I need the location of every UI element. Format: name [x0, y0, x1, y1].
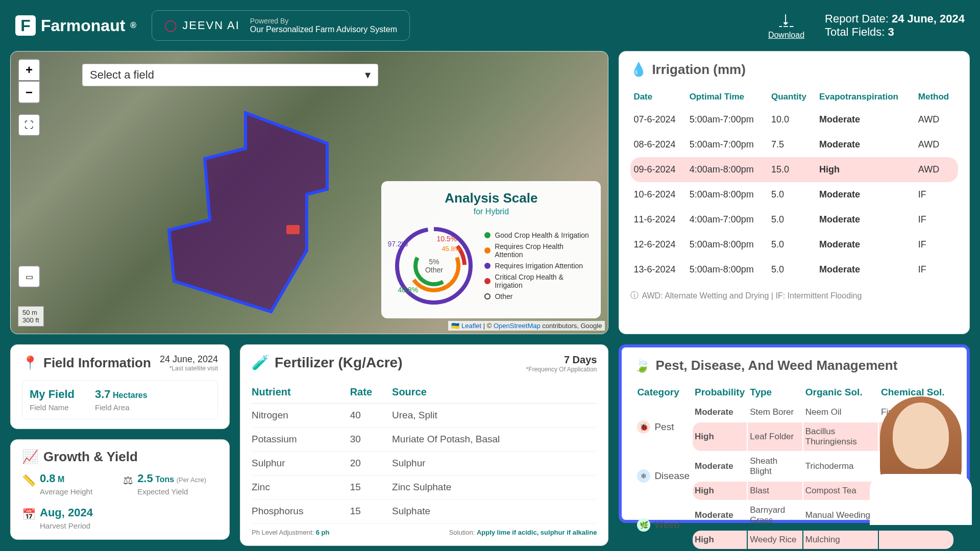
download-icon: ⭳: [779, 12, 793, 29]
field-info-title: Field Information: [43, 355, 151, 371]
table-row: Nitrogen40Urea, Split: [252, 404, 597, 428]
analysis-subtitle: for Hybrid: [390, 207, 592, 216]
field-select-placeholder: Select a field: [90, 68, 154, 82]
map-panel[interactable]: + − ⛶ ▭ Select a field ▾ Analysis Scale …: [10, 51, 608, 334]
chevron-down-icon: ▾: [365, 68, 371, 82]
fertilizer-title: Fertilizer (Kg/Acre): [275, 355, 403, 371]
assistant-avatar: [870, 392, 972, 525]
donut-chart: 97.2% 10.5% 45.8% 40.8% 5%Other: [390, 222, 477, 309]
field-select-dropdown[interactable]: Select a field ▾: [82, 64, 378, 86]
table-row: 11-6-20244:00am-7:00pm5.0ModerateIF: [630, 207, 958, 232]
brand-trademark: ®: [130, 21, 136, 30]
leaf-icon: 🍃: [634, 358, 650, 373]
table-row: Phosphorus15Sulphate: [252, 499, 597, 523]
irrigation-title: Irrigation (mm): [652, 62, 745, 78]
calendar-icon: 📅: [22, 508, 36, 521]
fullscreen-button[interactable]: ⛶: [18, 114, 40, 136]
flask-icon: 🧪: [252, 354, 270, 371]
irrigation-card: 💧Irrigation (mm) DateOptimal TimeQuantit…: [619, 51, 970, 334]
scale-icon: ⚖: [123, 474, 133, 487]
table-row: 08-6-20245:00am-7:00pm7.5ModerateAWD: [630, 132, 958, 157]
analysis-legend: Good Crop Health & IrrigationRequires Cr…: [484, 228, 592, 304]
jeevn-text: Powered By Our Personalized Farm Advisor…: [250, 17, 397, 34]
table-row: Potassium30Muriate Of Potash, Basal: [252, 428, 597, 452]
table-row: Sulphur20Sulphur: [252, 452, 597, 475]
measure-button[interactable]: ▭: [18, 265, 40, 288]
map-scale: 50 m300 ft: [18, 306, 44, 327]
analysis-title: Analysis Scale: [390, 190, 592, 206]
table-row: Zinc15Zinc Sulphate: [252, 475, 597, 499]
zoom-in-button[interactable]: +: [18, 59, 40, 81]
field-information-card: 📍Field Information 24 June, 2024*Last sa…: [10, 344, 230, 429]
svg-marker-0: [169, 113, 327, 312]
brand-icon: F: [15, 15, 36, 36]
field-name: My Field: [30, 388, 75, 401]
zoom-out-button[interactable]: −: [18, 81, 40, 104]
growth-title: Growth & Yield: [43, 449, 138, 465]
table-row: 10-6-20245:00am-8:00pm5.0ModerateIF: [630, 182, 958, 207]
info-icon: ⓘ: [630, 290, 639, 301]
location-icon: 📍: [22, 355, 38, 371]
jeevn-box: ◯ JEEVN AI Powered By Our Personalized F…: [152, 10, 410, 41]
ruler-icon: 📏: [22, 474, 36, 487]
irrigation-table: DateOptimal TimeQuantityEvapotranspirati…: [630, 87, 958, 282]
field-area: 3.7: [95, 388, 111, 400]
table-row: 07-6-20245:00am-7:00pm10.0ModerateAWD: [630, 107, 958, 132]
jeevn-logo: ◯ JEEVN AI: [164, 19, 240, 32]
growth-yield-card: 📈Growth & Yield 📏 0.8 M Average Height ⚖: [10, 439, 230, 540]
brand-logo: F Farmonaut®: [15, 15, 136, 36]
table-row: 13-6-20245:00am-8:00pm5.0ModerateIF: [630, 257, 958, 282]
map-attribution: 🇺🇦 Leaflet | © OpenStreetMap contributor…: [448, 321, 605, 331]
water-icon: 💧: [630, 62, 647, 78]
table-row: 12-6-20245:00am-8:00pm5.0ModerateIF: [630, 232, 958, 257]
fertilizer-table: NutrientRateSource Nitrogen40Urea, Split…: [252, 381, 597, 523]
growth-icon: 📈: [22, 449, 38, 465]
pest-title: Pest, Disease, And Weed Management: [655, 358, 897, 373]
irrigation-footer: AWD: Alternate Wetting and Drying | IF: …: [642, 291, 862, 300]
download-button[interactable]: ⭳ Download: [768, 12, 804, 40]
svg-rect-1: [286, 225, 300, 234]
analysis-scale-card: Analysis Scale for Hybrid 97.2% 10.5% 45…: [381, 181, 601, 318]
report-info: Report Date: 24 June, 2024 Total Fields:…: [825, 12, 965, 39]
fertilizer-card: 🧪Fertilizer (Kg/Acre) 7 Days*Frequency O…: [240, 344, 608, 546]
field-polygon[interactable]: [154, 108, 388, 322]
table-row: 09-6-20244:00am-8:00pm15.0HighAWD: [630, 157, 958, 182]
pest-management-card: 🍃Pest, Disease, And Weed Management Cate…: [619, 344, 970, 523]
download-label: Download: [768, 31, 804, 40]
brand-name: Farmonaut: [41, 16, 125, 35]
